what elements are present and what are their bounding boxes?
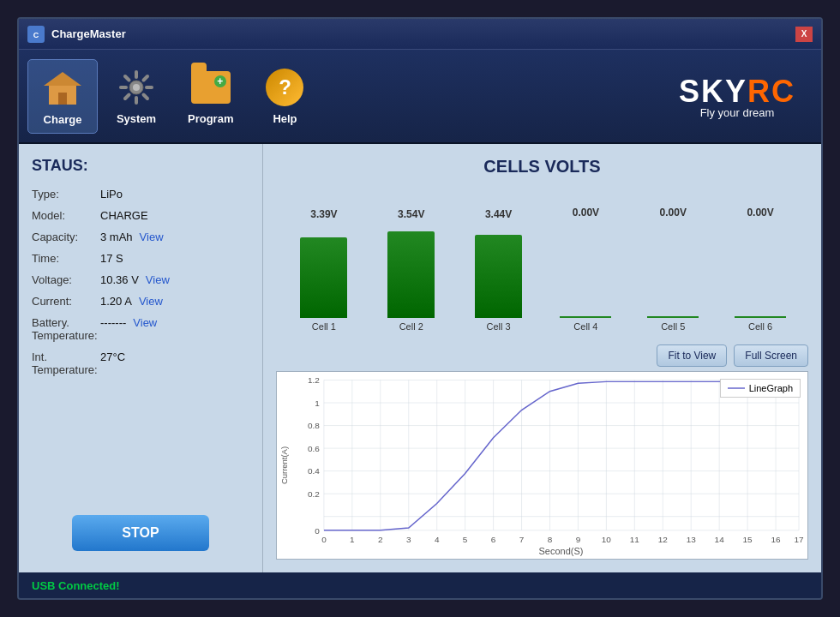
nav-item-help[interactable]: ? Help [250, 59, 319, 134]
nav-item-program[interactable]: + Program [175, 59, 246, 134]
chart-controls: Fit to View Full Screen [276, 344, 808, 367]
status-table: Type: LiPo Model: CHARGE Capacity: 3 mAh… [32, 188, 249, 385]
close-button[interactable]: X [795, 27, 813, 42]
time-value: 17 S [100, 252, 123, 265]
nav-item-charge[interactable]: Charge [27, 59, 98, 134]
voltage-view-link[interactable]: View [146, 273, 170, 286]
cell-5-line [647, 316, 699, 318]
program-icon: + [189, 66, 232, 109]
right-panel: CELLS VOLTS 3.39V Cell 1 3.54V [263, 144, 821, 572]
cells-title: CELLS VOLTS [276, 157, 808, 177]
system-icon [115, 66, 158, 109]
cell-3-voltage: 3.44V [485, 208, 512, 220]
cell-4-line [560, 316, 611, 318]
current-row: Current: 1.20 A View [32, 295, 249, 308]
cell-5: 0.00V Cell 5 [633, 207, 712, 332]
cell-1-voltage: 3.39V [310, 208, 337, 220]
svg-text:1: 1 [315, 398, 320, 408]
cell-6-voltage: 0.00V [747, 207, 773, 219]
nav-item-system[interactable]: System [102, 59, 171, 134]
help-icon: ? [263, 66, 306, 109]
charge-icon [41, 67, 84, 110]
battery-temp-label: Battery. Temperature: [32, 316, 100, 342]
svg-line-9 [144, 94, 148, 99]
type-value: LiPo [100, 188, 123, 201]
svg-text:6: 6 [491, 535, 496, 544]
svg-text:0.4: 0.4 [308, 467, 320, 476]
status-panel: STAUS: Type: LiPo Model: CHARGE Capacity… [19, 144, 263, 572]
svg-text:12: 12 [658, 535, 668, 544]
type-label: Type: [32, 188, 100, 201]
svg-text:Second(S): Second(S) [539, 547, 584, 557]
battery-temp-view-link[interactable]: View [133, 316, 157, 329]
main-content: STAUS: Type: LiPo Model: CHARGE Capacity… [19, 144, 821, 572]
current-value: 1.20 A [100, 295, 132, 308]
svg-text:14: 14 [715, 535, 725, 544]
title-bar: C ChargeMaster X [19, 19, 821, 50]
stop-button[interactable]: STOP [72, 515, 209, 551]
svg-text:0: 0 [321, 535, 327, 544]
svg-text:10: 10 [602, 535, 612, 544]
int-temp-label: Int. Temperature: [32, 350, 100, 376]
svg-text:Current(A): Current(A) [279, 446, 289, 484]
cell-2: 3.54V Cell 2 [372, 208, 451, 332]
voltage-row: Voltage: 10.36 V View [32, 273, 249, 286]
chart-legend: LineGraph [720, 379, 801, 398]
nav-label-charge: Charge [44, 113, 82, 126]
svg-text:5: 5 [463, 535, 468, 544]
app-icon: C [27, 26, 45, 43]
cell-6: 0.00V Cell 6 [721, 207, 800, 332]
svg-text:1: 1 [350, 535, 355, 544]
cell-6-line [735, 316, 786, 318]
status-title: STAUS: [32, 157, 249, 175]
capacity-view-link[interactable]: View [140, 231, 164, 243]
svg-point-3 [133, 84, 140, 91]
svg-text:11: 11 [630, 535, 639, 544]
svg-text:2: 2 [378, 535, 383, 544]
battery-temp-value: ------- [100, 316, 126, 329]
cell-6-label: Cell 6 [748, 321, 772, 332]
cell-4-voltage: 0.00V [573, 207, 599, 219]
battery-temp-row: Battery. Temperature: ------- View [32, 316, 249, 342]
full-screen-button[interactable]: Full Screen [734, 344, 808, 367]
svg-text:7: 7 [519, 535, 525, 544]
cell-3-bar [475, 235, 522, 318]
model-row: Model: CHARGE [32, 209, 249, 222]
window-title: ChargeMaster [51, 27, 795, 40]
cell-4: 0.00V Cell 4 [546, 207, 625, 332]
svg-line-8 [125, 76, 129, 81]
svg-line-10 [144, 76, 148, 81]
svg-text:13: 13 [687, 535, 696, 544]
chart-container: 1.2 1 0.8 0.6 0.4 0.2 0 0 1 2 3 4 [276, 371, 808, 560]
sky-text: SKY [679, 74, 747, 109]
cell-1: 3.39V Cell 1 [285, 208, 363, 332]
current-view-link[interactable]: View [139, 295, 163, 308]
svg-text:3: 3 [406, 535, 411, 544]
rc-text: RC [747, 74, 795, 109]
time-row: Time: 17 S [32, 252, 249, 265]
svg-text:4: 4 [435, 535, 440, 544]
current-label: Current: [32, 295, 100, 308]
cells-area: 3.39V Cell 1 3.54V Cell 2 3.44V [276, 189, 808, 332]
cell-1-bar [300, 237, 347, 318]
svg-text:15: 15 [743, 535, 753, 544]
cell-2-voltage: 3.54V [398, 208, 424, 220]
svg-line-11 [125, 94, 129, 99]
status-bar: USB Connected! [19, 572, 821, 598]
svg-text:9: 9 [576, 535, 581, 544]
nav-bar: Charge [19, 50, 821, 144]
cell-3-label: Cell 3 [487, 321, 511, 332]
cell-2-bar [387, 231, 435, 318]
nav-label-program: Program [188, 112, 233, 125]
brand-name: SKYRC [679, 74, 795, 110]
chart-svg: 1.2 1 0.8 0.6 0.4 0.2 0 0 1 2 3 4 [277, 372, 807, 559]
cell-1-label: Cell 1 [312, 321, 336, 332]
svg-text:C: C [33, 31, 39, 39]
svg-text:0.8: 0.8 [308, 422, 320, 431]
voltage-label: Voltage: [32, 273, 100, 286]
cell-5-voltage: 0.00V [660, 207, 687, 219]
fit-to-view-button[interactable]: Fit to View [657, 344, 727, 367]
legend-label: LineGraph [749, 383, 793, 393]
svg-text:17: 17 [794, 535, 803, 544]
svg-text:16: 16 [771, 535, 781, 544]
